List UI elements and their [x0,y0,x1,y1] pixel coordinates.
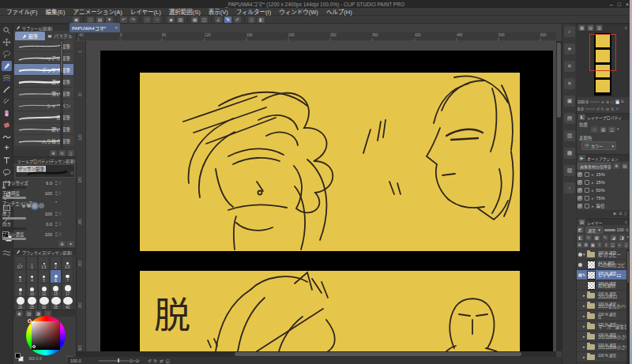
auto-action-row[interactable]: ✓ ▸ 50% [577,186,605,193]
new-layer-icon[interactable]: ⊞ [577,242,582,248]
copy-subtool-icon[interactable]: ⧉ [58,150,66,156]
checkbox-icon[interactable]: ✓ [577,180,582,185]
layer-row-folder-20211106b[interactable]: ▸ 100 % 通常 20211106小さい [577,342,627,352]
wrench-icon[interactable]: ✦ [67,241,74,247]
qa-favorite-folder-icon[interactable]: ★ [564,43,575,54]
thickness-slider[interactable] [2,217,26,220]
layer-row-waku-material[interactable]: 100 % 通常 枠用素材 [577,280,627,291]
aa-weak-icon[interactable] [27,204,31,208]
subtool-item-taper-pencil[interactable]: 入り抜き鉛筆 [14,135,73,147]
layer-opacity-slider[interactable] [604,229,615,231]
play-action-icon[interactable]: ▶ [614,211,617,216]
color-wheel-tab-icon[interactable]: ◉ [16,310,23,317]
lock-layer-icon[interactable]: ⚿ [585,235,592,241]
canvas-hscroll-thumb[interactable] [235,352,521,356]
stepper-icon[interactable]: ▴▾ [55,180,57,186]
layer-property-header[interactable]: ◧ レイヤープロパティ [576,113,630,120]
minimize-button[interactable]: – [610,2,613,7]
checkbox-icon[interactable]: ✓ [577,196,582,201]
qa-folder-new-icon[interactable]: ▦ [564,148,575,159]
expression-color-dropdown[interactable]: カラー ▾ [581,141,616,150]
layer-row-folder-20211106a[interactable]: ▸ 100 % 通常 20211106小さい [577,332,627,342]
snap-icon[interactable]: ◫ [201,17,208,23]
decoration-tool-icon[interactable] [2,108,12,118]
new-file-icon[interactable]: □ [87,17,94,23]
qa-folder-export-icon[interactable]: ▧ [564,165,575,176]
checkbox-empty-icon[interactable] [585,172,589,177]
eye-icon[interactable] [578,263,582,267]
subtool-item-pencil[interactable]: 鉛筆 [14,40,73,52]
dynamics-icon[interactable] [58,191,62,195]
draft-layer-icon[interactable]: ✎ [602,235,609,241]
checkbox-empty-icon[interactable] [585,204,589,208]
subtool-item-hard-pencil[interactable]: 硬い鉛筆 [14,123,73,135]
qa-folder-up-icon[interactable]: ▤ [564,113,575,124]
blend-mode-dropdown[interactable]: 通常 ▾ [585,227,603,234]
blend-tool-icon[interactable] [2,132,12,142]
clip-icon[interactable]: ◧ [577,235,584,241]
layer-row-folder-g[interactable]: ▸ 100 % 通常 G [577,311,627,321]
mask-icon[interactable]: ◨ [619,235,626,241]
nav-fullscreen-icon[interactable]: ⧉ [621,99,624,104]
apply-mask-icon[interactable]: ◐ [617,242,623,248]
undo-icon[interactable]: ↶ [120,17,127,23]
menu-filter[interactable]: フィルター(I) [236,7,271,16]
subtool-item-real-pencil[interactable]: リアル鉛筆 [14,52,73,64]
nav-flip-v-icon[interactable]: ⇅ [611,107,614,111]
aa-strong-icon[interactable] [39,203,44,208]
add-subtool-icon[interactable]: ⊕ [50,150,57,156]
airbrush-tool-icon[interactable] [2,96,12,107]
phone-sync-icon[interactable]: ▯ [248,17,255,23]
stepper-icon[interactable]: ▴▾ [55,190,57,197]
dynamics-icon[interactable] [58,212,62,216]
pen-alt-icon[interactable]: ✐ [234,17,241,23]
qa-close-folder-icon[interactable]: ✕ [564,61,575,72]
redo-icon[interactable]: ↷ [130,17,137,23]
open-file-icon[interactable]: ▤ [96,17,103,23]
navigator-preview[interactable] [576,31,630,97]
layer-row-folder-2022[interactable]: ▸ 100 % 通常 2022なんかバー [577,301,627,311]
zoom-slider[interactable] [99,360,140,362]
maximize-button[interactable]: □ [618,2,621,7]
auto-action-header[interactable]: ▶ オートアクション [576,154,630,161]
nav-zoom-in-icon[interactable]: ⊕ [606,99,609,104]
layer-row-layer12-selected[interactable]: ✎ 100 % 通常 レイヤー 12 [577,270,627,280]
stepper-icon[interactable]: ▴▾ [55,221,57,227]
eye-icon[interactable] [578,253,582,257]
layer-row-k2-waku[interactable]: 44 % 通常 K2の枠のコピ [577,260,627,270]
pen-mode-icon[interactable]: ✎ [224,17,231,23]
auto-action-preset-dropdown[interactable]: 画像素材の倍率を変更... [577,163,611,170]
move-tool-icon[interactable] [2,37,12,47]
checkbox-empty-icon[interactable] [585,180,589,185]
fill-icon[interactable]: ▧ [177,17,184,23]
layer-panel-menu-icon[interactable]: ≡ [625,220,627,224]
qa-upload-icon[interactable]: ↑ [564,182,575,193]
menu-edit[interactable]: 編集(E) [46,7,66,16]
menu-help[interactable]: ヘルプ(H) [326,7,352,16]
menu-window[interactable]: ウィンドウ(W) [279,7,318,16]
delete-layer-icon[interactable]: ▯ [623,242,629,248]
canvas-vscroll-thumb[interactable] [557,43,561,118]
nav-reset-icon[interactable]: ↶ [615,107,619,111]
fit-screen-icon[interactable]: ◱ [166,358,170,363]
tab-pencil[interactable]: 鉛筆 [15,32,45,40]
close-button[interactable]: × [626,2,629,7]
auto-action-row[interactable]: ✓ ▸ 等倍 [577,202,605,209]
document-tab[interactable]: PAPUWA4コマ* × [70,23,120,32]
stepper-icon[interactable]: ▾ [55,201,57,204]
new-vector-layer-icon[interactable]: ⊠ [583,242,589,248]
lock-alpha-icon[interactable]: ▩ [593,235,600,241]
pen-tool-icon[interactable] [2,61,12,71]
aa-none-icon[interactable] [22,205,25,208]
density-slider[interactable] [2,238,26,240]
brush-size-header[interactable]: ブラシサイズ(デッサン鉛筆) [13,248,77,255]
prop-thickness[interactable]: 厚さ 100 ▴▾ [2,211,62,220]
balloon-tool-icon[interactable] [2,167,12,178]
info-tab-icon[interactable]: ▥ [596,24,603,31]
delete-subtool-icon[interactable]: ▯ [67,150,74,156]
rotate-left-icon[interactable]: ↺ [148,358,152,363]
subtool-scrollbar[interactable] [60,39,63,148]
checkbox-icon[interactable]: ✓ [577,172,582,177]
direction-slider[interactable] [2,227,26,230]
transfer-layer-icon[interactable]: ⇩ [596,242,602,248]
